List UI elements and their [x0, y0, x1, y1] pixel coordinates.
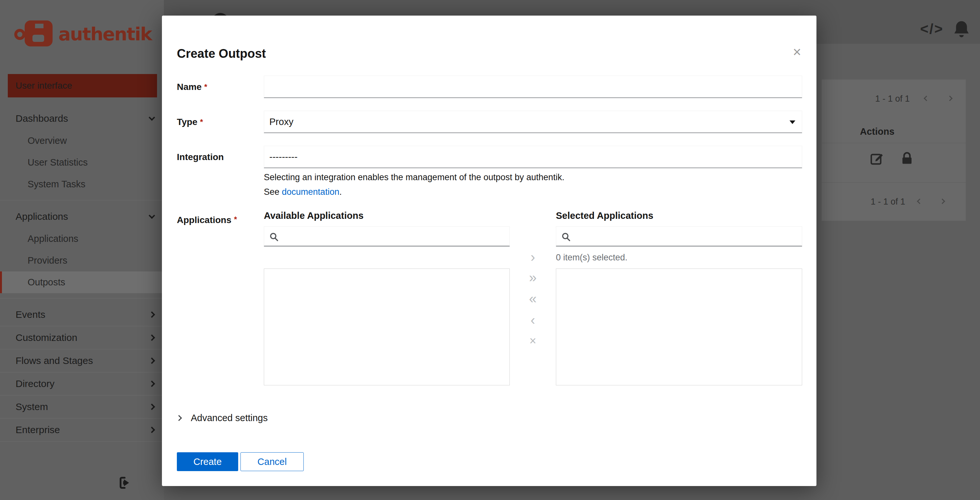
pagination-next-icon[interactable]	[948, 96, 952, 100]
authentik-logo[interactable]: authentik	[14, 19, 151, 49]
type-label: Type*	[177, 111, 264, 133]
key-logo-icon	[14, 20, 56, 48]
logout-icon[interactable]	[116, 475, 132, 491]
group-label: Flows and Stages	[16, 355, 93, 366]
pagination-top-text: 1 - 1 of 1	[875, 94, 910, 104]
sidebar-item-applications[interactable]: Applications	[0, 228, 164, 250]
caret-down-icon	[789, 121, 795, 124]
name-field-row: Name*	[177, 76, 802, 98]
advanced-settings-label: Advanced settings	[191, 412, 268, 424]
transfer-controls: › » « ‹ ×	[510, 210, 556, 385]
create-outpost-modal: Create Outpost × Name* Type* Proxy Integ…	[162, 16, 816, 486]
sidebar-group-dashboards[interactable]: Dashboards	[0, 107, 164, 130]
search-icon	[269, 231, 279, 242]
advanced-settings-expander[interactable]: Advanced settings	[177, 409, 268, 427]
item-label: Providers	[28, 255, 67, 266]
selected-applications-title: Selected Applications	[556, 210, 802, 223]
selected-applications-list[interactable]	[556, 269, 802, 385]
sidebar-group-flows-and-stages[interactable]: Flows and Stages	[0, 349, 164, 372]
type-select-value: Proxy	[269, 116, 293, 127]
sidebar-group-applications[interactable]: Applications	[0, 205, 164, 228]
user-interface-label: User interface	[16, 81, 72, 91]
group-label: Applications	[16, 211, 68, 222]
available-applications-list[interactable]	[264, 269, 510, 385]
pagination-prev-icon[interactable]	[924, 96, 928, 100]
group-label: Directory	[16, 378, 54, 389]
pagination-prev-icon[interactable]	[918, 199, 921, 203]
item-label: User Statistics	[28, 157, 88, 168]
add-all-button[interactable]: »	[510, 271, 556, 285]
edit-icon[interactable]	[869, 151, 885, 166]
sidebar-group-events[interactable]: Events	[0, 303, 164, 326]
close-icon[interactable]: ×	[793, 45, 801, 59]
clear-selection-button[interactable]: ×	[510, 334, 556, 348]
sidebar-group-directory[interactable]: Directory	[0, 373, 164, 395]
group-label: System	[16, 401, 48, 412]
table-divider	[822, 143, 966, 143]
selected-search-input[interactable]	[574, 228, 799, 244]
sidebar-item-overview[interactable]: Overview	[0, 130, 164, 151]
required-marker: *	[204, 83, 207, 92]
integration-label: Integration	[177, 146, 264, 168]
chevron-right-icon	[149, 311, 155, 318]
cancel-button[interactable]: Cancel	[240, 452, 304, 471]
modal-actions: Create Cancel	[177, 452, 304, 471]
required-marker: *	[234, 215, 237, 224]
documentation-link[interactable]: documentation	[282, 187, 339, 197]
sidebar-group-customization[interactable]: Customization	[0, 326, 164, 349]
selected-applications-pane: Selected Applications 0 item(s) selected…	[556, 210, 802, 385]
sidebar-item-user-statistics[interactable]: User Statistics	[0, 151, 164, 174]
sidebar-nav: Dashboards Overview User Statistics Syst…	[0, 107, 164, 441]
type-select[interactable]: Proxy	[264, 111, 802, 133]
create-button[interactable]: Create	[177, 452, 238, 471]
integration-select-value: ---------	[269, 151, 298, 162]
name-input[interactable]	[264, 76, 802, 98]
group-label: Events	[16, 309, 45, 320]
group-label: Dashboards	[16, 113, 68, 124]
remove-all-button[interactable]: «	[510, 291, 556, 306]
applications-field-row: Applications* Available Applications › »…	[177, 210, 802, 385]
item-label: Outposts	[28, 277, 65, 288]
search-icon	[561, 231, 571, 242]
available-search-input[interactable]	[282, 228, 506, 244]
chevron-right-icon	[149, 381, 155, 387]
integration-field-row: Integration --------- Selecting an integ…	[177, 146, 802, 199]
group-label: Customization	[16, 332, 77, 343]
chevron-right-icon	[149, 427, 155, 433]
api-code-icon[interactable]: </>	[920, 21, 943, 37]
remove-selected-button[interactable]: ‹	[510, 313, 556, 327]
sidebar-group-system[interactable]: System	[0, 395, 164, 418]
pagination-next-icon[interactable]	[940, 199, 944, 203]
integration-select[interactable]: ---------	[264, 146, 802, 168]
type-field-row: Type* Proxy	[177, 111, 802, 133]
name-label: Name*	[177, 76, 264, 98]
chevron-down-icon	[149, 114, 155, 121]
add-selected-button[interactable]: ›	[510, 250, 556, 264]
available-spacer	[264, 247, 510, 269]
selected-search	[556, 226, 802, 247]
sidebar-group-enterprise[interactable]: Enterprise	[0, 419, 164, 441]
chevron-right-icon	[149, 357, 155, 364]
selected-count: 0 item(s) selected.	[556, 247, 802, 269]
available-applications-pane: Available Applications	[264, 210, 510, 385]
sidebar-item-outposts[interactable]: Outposts	[0, 271, 164, 293]
group-label: Enterprise	[16, 424, 60, 435]
user-interface-button[interactable]: User interface	[8, 74, 157, 97]
sidebar-item-providers[interactable]: Providers	[0, 250, 164, 271]
sidebar-item-system-tasks[interactable]: System Tasks	[0, 174, 164, 195]
brand-wordmark: authentik	[59, 23, 151, 45]
chevron-right-icon	[176, 415, 182, 421]
available-search	[264, 226, 510, 247]
sidebar: authentik User interface Dashboards Over…	[0, 0, 164, 500]
integration-help-text: Selecting an integration enables the man…	[264, 170, 802, 199]
notification-bell-icon[interactable]	[951, 19, 972, 40]
chevron-right-icon	[149, 404, 155, 410]
dual-list-selector: Available Applications › » « ‹ ×	[264, 210, 802, 385]
modal-title: Create Outpost	[177, 47, 266, 61]
outposts-table-card: 1 - 1 of 1 Actions 1 - 1 of 1	[822, 80, 966, 221]
applications-label: Applications*	[177, 210, 264, 385]
actions-column-header: Actions	[860, 126, 894, 137]
required-marker: *	[200, 118, 203, 127]
lock-icon[interactable]	[899, 151, 915, 166]
item-label: System Tasks	[28, 179, 85, 189]
